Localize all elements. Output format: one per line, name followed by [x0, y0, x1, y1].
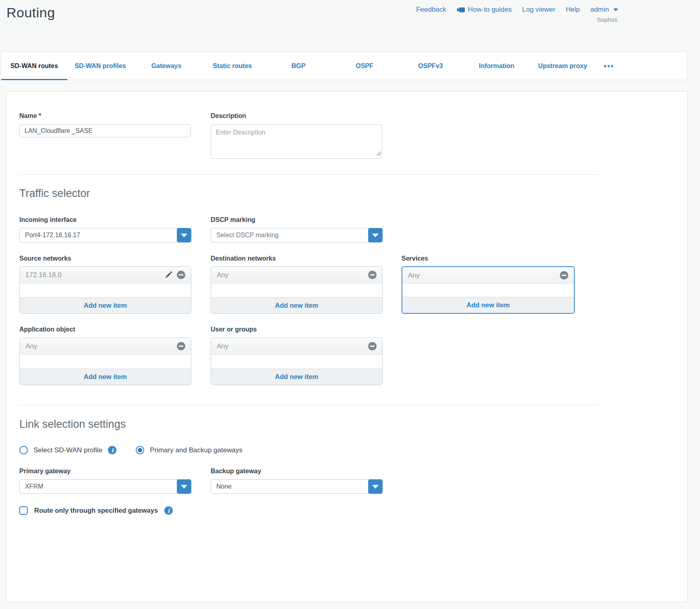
radio-label: Select SD-WAN profile [33, 446, 102, 454]
incoming-interface-dropdown-button[interactable] [177, 228, 191, 242]
destination-networks-label: Destination networks [211, 255, 276, 262]
route-only-label: Route only through specified gateways [34, 507, 158, 514]
services-label: Services [402, 255, 428, 262]
route-only-checkbox[interactable] [19, 506, 28, 515]
radio-selected-icon[interactable] [136, 446, 144, 454]
log-viewer-link[interactable]: Log viewer [522, 6, 555, 14]
feedback-link[interactable]: Feedback [416, 6, 446, 14]
destination-networks-add-button[interactable]: Add new item [211, 297, 382, 313]
route-only-row: Route only through specified gateways i [19, 506, 173, 515]
backup-gateway-dropdown-button[interactable] [368, 479, 383, 494]
divider [19, 405, 599, 405]
source-networks-box: 172.16.16.0 Add new item [19, 266, 191, 314]
dropdown-arrow-icon [372, 234, 379, 237]
source-networks-label: Source networks [19, 255, 71, 262]
description-textarea[interactable] [211, 124, 382, 159]
radio-label: Primary and Backup gateways [150, 446, 242, 454]
list-item-value: Any [217, 271, 228, 279]
traffic-selector-heading: Traffic selector [19, 187, 90, 200]
form-card: Name * Description Traffic selector Inco… [6, 91, 688, 602]
resize-handle-icon[interactable] [376, 150, 381, 157]
tab-bar: SD-WAN routes SD-WAN profiles Gateways S… [1, 52, 687, 80]
application-object-add-button[interactable]: Add new item [20, 369, 191, 385]
user-or-groups-box: Any Add new item [211, 338, 383, 385]
info-icon[interactable]: i [108, 446, 116, 454]
tab-upstream-proxy[interactable]: Upstream proxy [530, 52, 596, 80]
description-label: Description [211, 112, 246, 120]
edit-pencil-icon[interactable] [164, 271, 173, 279]
list-spacer [20, 284, 191, 297]
dropdown-arrow-icon [372, 485, 379, 489]
tab-sdwan-routes[interactable]: SD-WAN routes [1, 52, 67, 80]
tab-ospf[interactable]: OSPF [331, 52, 398, 80]
list-item: Any [402, 267, 574, 284]
tab-bgp[interactable]: BGP [265, 52, 331, 80]
list-item: 172.16.16.0 [20, 267, 191, 284]
list-item-value: 172.16.16.0 [25, 271, 62, 279]
dscp-dropdown-button[interactable] [368, 228, 383, 242]
remove-item-icon[interactable] [560, 271, 568, 280]
remove-item-icon[interactable] [177, 342, 185, 350]
radio-primary-backup-gateways[interactable]: Primary and Backup gateways [136, 446, 242, 454]
radio-unselected-icon[interactable] [19, 446, 28, 454]
primary-gateway-label: Primary gateway [19, 468, 70, 475]
tab-static-routes[interactable]: Static routes [199, 52, 265, 80]
primary-gateway-dropdown[interactable]: XFRM [19, 479, 191, 494]
backup-gateway-dropdown[interactable]: None [211, 479, 383, 494]
backup-gateway-value: None [211, 479, 383, 494]
list-spacer [402, 284, 574, 297]
list-item: Any [211, 267, 382, 284]
list-spacer [211, 355, 382, 369]
howto-guides-label: How-to guides [468, 6, 512, 14]
remove-item-icon[interactable] [368, 342, 377, 350]
top-nav: Feedback How-to guides Log viewer Help a… [416, 6, 618, 14]
tab-sdwan-profiles[interactable]: SD-WAN profiles [67, 52, 133, 80]
incoming-interface-dropdown[interactable]: Port4-172.16.16.17 [19, 228, 191, 242]
howto-guides-link[interactable]: How-to guides [457, 6, 512, 14]
remove-item-icon[interactable] [368, 271, 377, 279]
video-camera-icon [457, 7, 465, 13]
name-label: Name * [19, 112, 41, 120]
user-or-groups-label: User or groups [211, 326, 257, 333]
remove-item-icon[interactable] [177, 271, 185, 279]
description-field-wrap [211, 124, 382, 159]
tab-gateways[interactable]: Gateways [133, 52, 199, 80]
list-item-value: Any [25, 342, 37, 350]
destination-networks-box: Any Add new item [211, 266, 383, 314]
list-item: Any [211, 338, 382, 355]
name-input[interactable] [19, 124, 191, 137]
incoming-interface-label: Incoming interface [19, 216, 77, 224]
application-object-label: Application object [19, 326, 75, 333]
dscp-marking-dropdown[interactable]: Select DSCP marking [211, 228, 383, 242]
admin-menu[interactable]: admin [590, 6, 618, 14]
dscp-marking-label: DSCP marking [211, 216, 255, 224]
more-tabs-button[interactable]: ••• [596, 52, 622, 80]
divider [19, 174, 599, 175]
link-selection-heading: Link selection settings [19, 418, 126, 431]
list-spacer [20, 355, 191, 369]
feedback-label: Feedback [416, 6, 446, 14]
source-networks-add-button[interactable]: Add new item [20, 297, 191, 313]
services-add-button[interactable]: Add new item [402, 297, 574, 313]
user-or-groups-add-button[interactable]: Add new item [211, 369, 382, 385]
chevron-down-icon [613, 8, 618, 11]
help-label: Help [566, 6, 580, 14]
dscp-marking-value: Select DSCP marking [211, 228, 383, 242]
list-item-value: Any [217, 342, 228, 350]
tab-information[interactable]: Information [464, 52, 530, 80]
dropdown-arrow-icon [181, 485, 187, 489]
radio-select-sdwan-profile[interactable]: Select SD-WAN profile i [19, 446, 116, 454]
link-selection-radio-group: Select SD-WAN profile i Primary and Back… [19, 446, 242, 454]
admin-label: admin [590, 6, 609, 14]
list-item-value: Any [408, 271, 420, 280]
services-box: Any Add new item [402, 266, 575, 314]
help-link[interactable]: Help [566, 6, 580, 14]
application-object-box: Any Add new item [19, 338, 191, 385]
incoming-interface-value: Port4-172.16.16.17 [19, 228, 191, 242]
info-icon[interactable]: i [164, 506, 173, 515]
primary-gateway-value: XFRM [19, 479, 191, 494]
dropdown-arrow-icon [181, 234, 187, 237]
page-title: Routing [6, 5, 55, 21]
tab-ospfv3[interactable]: OSPFv3 [398, 52, 464, 80]
primary-gateway-dropdown-button[interactable] [177, 479, 191, 494]
